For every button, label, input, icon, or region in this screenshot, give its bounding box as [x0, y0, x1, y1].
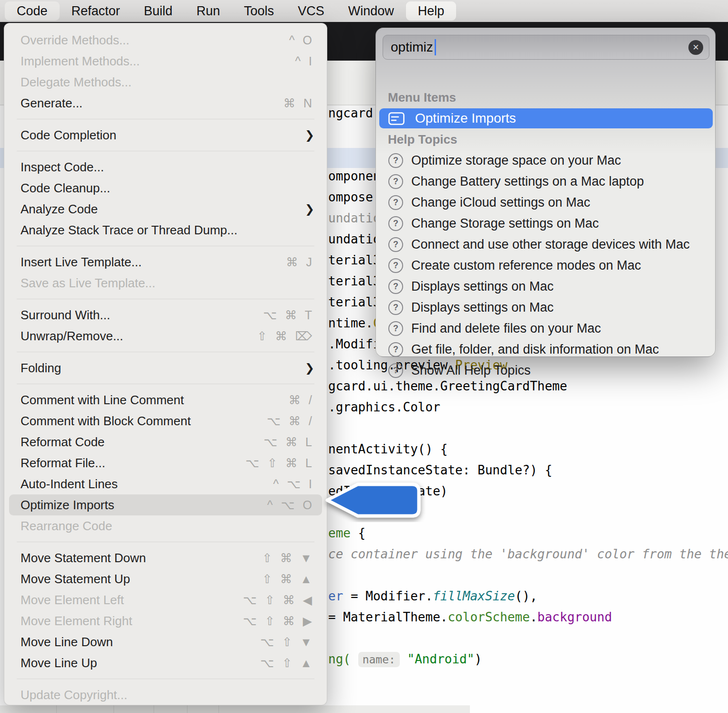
menu-item-move-line-up[interactable]: Move Line Up⌥ ⇧ ▲ [4, 652, 327, 673]
menu-item-label: Save as Live Template... [21, 276, 314, 291]
menu-item-insert-live-template[interactable]: Insert Live Template...⌘ J [4, 252, 327, 273]
menu-separator [17, 384, 314, 384]
menu-item-move-line-down[interactable]: Move Line Down⌥ ⇧ ▼ [4, 631, 327, 652]
code-token-plain: (), [515, 589, 537, 603]
menu-separator [17, 299, 314, 299]
menubar-item-help[interactable]: Help [406, 1, 457, 21]
menu-item-comment-with-block-comment[interactable]: Comment with Block Comment⌥ ⌘ / [4, 410, 327, 431]
help-topic-find-and-delete-files-on-your-mac[interactable]: ?Find and delete files on your Mac [376, 318, 716, 339]
help-topic-label: Show All Help Topics [411, 363, 530, 378]
menubar-item-window[interactable]: Window [336, 1, 406, 21]
question-mark-icon: ? [388, 258, 403, 273]
help-topic-show-all-help-topics[interactable]: ?Show All Help Topics [376, 360, 716, 381]
help-topic-label: Change Battery settings on a Mac laptop [411, 174, 644, 189]
menu-item-generate[interactable]: Generate...⌘ N [4, 93, 327, 114]
code-token-plain [400, 652, 407, 666]
search-result-optimize-imports[interactable]: Optimize Imports [379, 108, 713, 128]
tree-guide-line [218, 705, 219, 713]
menu-item-reformat-file[interactable]: Reformat File...⌥ ⇧ ⌘ L [4, 452, 327, 473]
menubar-item-run[interactable]: Run [185, 1, 232, 21]
menu-item-shortcut: ⌥ ⌘ / [267, 414, 314, 428]
menu-item-label: Surround With... [21, 308, 263, 323]
submenu-chevron-icon: ❯ [305, 361, 314, 375]
menu-item-move-element-left: Move Element Left⌥ ⇧ ⌘ ◀ [4, 589, 327, 610]
help-topic-label: Displays settings on Mac [411, 279, 554, 294]
menu-item-analyze-stack-trace-or-thread-dump[interactable]: Analyze Stack Trace or Thread Dump... [4, 220, 327, 241]
help-topic-label: Change iCloud settings on Mac [411, 195, 590, 210]
tree-guide-line [154, 705, 154, 713]
code-line: .Modifi [328, 334, 381, 355]
help-topic-change-storage-settings-on-mac[interactable]: ?Change Storage settings on Mac [376, 213, 716, 234]
menu-item-shortcut: ⌥ ⌘ T [263, 308, 314, 322]
menu-item-label: Optimize Imports [21, 498, 267, 513]
menu-item-label: Rearrange Code [21, 519, 314, 534]
menu-item-shortcut: ⌘ J [286, 255, 314, 269]
help-topic-change-icloud-settings-on-mac[interactable]: ?Change iCloud settings on Mac [376, 192, 716, 213]
menu-item-label: Move Statement Up [21, 572, 262, 587]
help-topic-create-custom-reference-modes-on-mac[interactable]: ?Create custom reference modes on Mac [376, 255, 716, 276]
code-token-blue: er [328, 589, 343, 603]
menubar-item-code[interactable]: Code [5, 1, 60, 21]
help-search-input[interactable]: optimiz ✕ [383, 35, 709, 60]
code-line: terial3 [328, 250, 381, 271]
menu-item-reformat-code[interactable]: Reformat Code⌥ ⌘ L [4, 431, 327, 452]
menu-item-label: Move Line Up [21, 656, 260, 671]
code-line: ngcard [328, 103, 373, 124]
menu-item-shortcut: ⌥ ⇧ ⌘ ▶ [243, 614, 314, 628]
menu-separator [17, 151, 314, 151]
help-topic-optimize-storage-space-on-your-mac[interactable]: ?Optimize storage space on your Mac [376, 150, 716, 171]
menu-item-save-as-live-template: Save as Live Template... [4, 273, 327, 294]
menu-item-label: Insert Live Template... [21, 255, 286, 270]
menu-item-analyze-code[interactable]: Analyze Code❯ [4, 199, 327, 220]
menu-item-shortcut: ^ ⌥ O [267, 498, 314, 512]
menu-item-move-statement-down[interactable]: Move Statement Down⇧ ⌘ ▼ [4, 547, 327, 568]
code-line: ce container using the 'background' colo… [328, 544, 728, 565]
menu-item-label: Implement Methods... [21, 54, 295, 69]
menu-item-comment-with-line-comment[interactable]: Comment with Line Comment⌘ / [4, 389, 327, 410]
code-token-plain: terial3 [328, 295, 381, 309]
menu-item-code-cleanup[interactable]: Code Cleanup... [4, 178, 327, 199]
question-mark-icon: ? [388, 153, 403, 168]
menu-item-label: Analyze Stack Trace or Thread Dump... [21, 223, 314, 238]
menu-separator [17, 542, 314, 542]
help-topic-change-battery-settings-on-a-mac-laptop[interactable]: ?Change Battery settings on a Mac laptop [376, 171, 716, 192]
help-topic-label: Get file, folder, and disk information o… [411, 342, 659, 357]
question-mark-icon: ? [388, 300, 403, 315]
help-topic-displays-settings-on-mac[interactable]: ?Displays settings on Mac [376, 276, 716, 297]
menu-item-unwrap-remove[interactable]: Unwrap/Remove...⇧ ⌘ ⌦ [4, 325, 327, 346]
clear-search-icon[interactable]: ✕ [688, 40, 703, 55]
menu-separator [17, 679, 314, 679]
menubar-item-refactor[interactable]: Refactor [60, 1, 132, 21]
code-token-plain: = Modifier. [343, 589, 433, 603]
menu-item-label: Generate... [21, 96, 283, 111]
menu-item-shortcut: ⌥ ⌘ L [263, 435, 314, 449]
code-token-plain: undatio [328, 232, 381, 246]
menu-item-surround-with[interactable]: Surround With...⌥ ⌘ T [4, 304, 327, 325]
code-line: eme { [328, 523, 365, 544]
menu-item-optimize-imports[interactable]: Optimize Imports^ ⌥ O [9, 494, 322, 515]
help-topic-connect-and-use-other-storage-devices-with-mac[interactable]: ?Connect and use other storage devices w… [376, 234, 716, 255]
menubar-item-build[interactable]: Build [132, 1, 185, 21]
help-topic-label: Connect and use other storage devices wi… [411, 237, 690, 252]
menu-item-label: Update Copyright... [21, 688, 314, 703]
code-token-green: ng( [328, 652, 351, 666]
question-mark-icon: ? [388, 321, 403, 336]
menu-separator [17, 352, 314, 352]
code-token-purple: background [537, 610, 612, 624]
menu-item-label: Reformat Code [21, 435, 263, 450]
menu-item-folding[interactable]: Folding❯ [4, 357, 327, 378]
menu-item-auto-indent-lines[interactable]: Auto-Indent Lines^ ⌥ I [4, 473, 327, 494]
menu-item-code-completion[interactable]: Code Completion❯ [4, 125, 327, 146]
question-mark-icon: ? [388, 174, 403, 189]
help-topic-get-file-folder-and-disk-information-on-mac[interactable]: ?Get file, folder, and disk information … [376, 339, 716, 360]
code-token-plain: gcard.ui.theme.GreetingCardTheme [328, 379, 567, 393]
help-topic-displays-settings-on-mac[interactable]: ?Displays settings on Mac [376, 297, 716, 318]
help-topic-label: Optimize storage space on your Mac [411, 153, 621, 168]
menu-item-move-statement-up[interactable]: Move Statement Up⇧ ⌘ ▲ [4, 568, 327, 589]
code-token-plain: savedInstanceState: Bundle?) { [328, 463, 552, 477]
menubar-item-tools[interactable]: Tools [232, 1, 286, 21]
help-topic-label: Find and delete files on your Mac [411, 321, 601, 336]
menubar-item-vcs[interactable]: VCS [286, 1, 336, 21]
menu-item-inspect-code[interactable]: Inspect Code... [4, 157, 327, 178]
code-token-plain [351, 652, 358, 666]
